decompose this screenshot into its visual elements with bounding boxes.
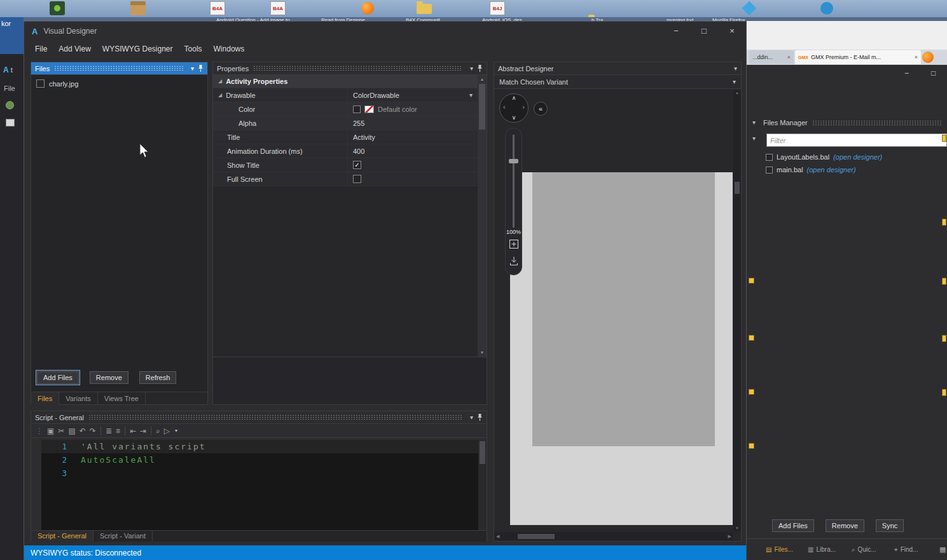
tab-script-variant[interactable]: Script - Variant (93, 531, 153, 542)
left-menu-file[interactable]: File (4, 85, 15, 92)
ide-maximize-button[interactable]: □ (931, 69, 936, 78)
dropdown-icon[interactable]: ▾ (734, 65, 737, 72)
taskbar-icon-b4a-2[interactable]: B4A (270, 1, 286, 15)
browser-tab[interactable]: ...ddin... × (749, 50, 794, 64)
script-scrollbar[interactable] (478, 440, 487, 530)
property-value-cell[interactable]: ColorDrawable ▾ (348, 88, 478, 102)
file-item[interactable]: charly.jpg (36, 79, 78, 88)
zoom-thumb[interactable] (509, 159, 518, 163)
firefox-icon[interactable] (922, 51, 934, 63)
layout-file-checkbox[interactable] (766, 167, 773, 174)
ide-minimize-button[interactable]: − (904, 69, 909, 78)
color-swatch[interactable] (364, 106, 374, 113)
tab-variants[interactable]: Variants (59, 392, 98, 405)
redo-icon[interactable]: ↷ (88, 427, 98, 435)
left-toolbar-icon-2[interactable] (6, 119, 15, 126)
status-tab-find[interactable]: ⌖ Find... (894, 546, 918, 554)
scroll-down-icon[interactable]: ▼ (478, 348, 487, 357)
remove-button[interactable]: Remove (90, 371, 128, 384)
menu-windows[interactable]: Windows (208, 44, 251, 53)
files-manager-header[interactable]: Files Manager (763, 116, 947, 129)
indent-icon[interactable]: ⇥ (138, 427, 148, 435)
property-value-cell[interactable] (348, 172, 478, 186)
scroll-up-icon[interactable]: ▲ (733, 90, 741, 97)
taskbar-icon-blue-app[interactable] (820, 2, 833, 15)
scroll-left-icon[interactable]: ◀ (494, 534, 499, 539)
files-panel-header[interactable]: Files ▾ (31, 62, 207, 75)
pan-right-icon[interactable]: › (522, 104, 525, 111)
expander-icon[interactable]: ◢ (218, 79, 222, 84)
property-value-cell[interactable]: Activity (348, 130, 478, 144)
menu-tools[interactable]: Tools (179, 44, 208, 53)
code-line[interactable]: 1 'All variants script (41, 440, 478, 453)
script-panel-header[interactable]: Script - General ▾ (31, 411, 487, 424)
zoom-fit-button[interactable] (509, 239, 519, 249)
left-toolbar-icon-1[interactable] (6, 101, 14, 109)
properties-panel-header[interactable]: Properties ▾ (213, 62, 487, 75)
status-tab-quick-search[interactable]: ⌕ Quic... (852, 546, 876, 554)
undo-icon[interactable]: ↶ (78, 427, 88, 435)
scroll-right-icon[interactable]: ▶ (728, 534, 731, 539)
toolbar-overflow-icon[interactable]: ▾ (175, 428, 177, 434)
property-value-cell[interactable]: Default color (348, 102, 478, 116)
scroll-down-icon[interactable]: ▼ (733, 525, 741, 532)
scrollbar-thumb[interactable] (518, 534, 555, 539)
fm-add-files-button[interactable]: Add Files (772, 519, 814, 532)
taskbar-icon-package[interactable] (130, 1, 146, 15)
outdent-icon[interactable]: ⇤ (128, 427, 138, 435)
dropdown-icon[interactable]: ▾ (469, 92, 473, 99)
status-tab-libraries[interactable]: ▥ Libra... (808, 546, 836, 553)
tab-script-general[interactable]: Script - General (31, 531, 93, 542)
taskbar-icon-b4a[interactable]: B4A (210, 1, 225, 15)
close-button[interactable]: × (718, 22, 746, 41)
dropdown-icon[interactable]: ▾ (470, 414, 473, 421)
browser-tab-active[interactable]: GMX GMX Premium - E-Mail m... × (795, 50, 921, 64)
property-row-color[interactable]: Color Default color (213, 102, 478, 116)
scrollbar-thumb[interactable] (479, 84, 485, 130)
activity-preview[interactable] (532, 172, 715, 446)
refresh-button[interactable]: Refresh (139, 371, 177, 384)
menu-add-view[interactable]: Add View (53, 44, 96, 53)
find-icon[interactable]: ⌕ (154, 427, 162, 435)
property-row-alpha[interactable]: Alpha 255 (213, 116, 478, 130)
fm-remove-button[interactable]: Remove (826, 519, 864, 532)
cut-icon[interactable]: ✂ (56, 427, 66, 435)
layout-file-item[interactable]: LayoutLabels.bal (open designer) (766, 153, 882, 161)
menu-file[interactable]: File (29, 44, 53, 53)
open-designer-link[interactable]: (open designer) (807, 166, 856, 174)
open-designer-link[interactable]: (open designer) (833, 153, 882, 161)
taskbar-icon-b4j[interactable]: B4J (490, 1, 505, 15)
title-bar[interactable]: A Visual Designer − □ × (24, 22, 746, 41)
file-checkbox[interactable] (36, 79, 45, 88)
dropdown-icon[interactable]: ▾ (191, 65, 194, 72)
code-line[interactable]: 2 AutoScaleAll (41, 453, 478, 467)
full-screen-checkbox[interactable] (353, 175, 361, 183)
property-row-full-screen[interactable]: Full Screen (213, 172, 478, 186)
dropdown-icon[interactable]: ▾ (733, 79, 736, 85)
layout-file-checkbox[interactable] (766, 154, 773, 161)
color-checkbox[interactable] (353, 106, 361, 113)
taskbar-icon-android[interactable] (50, 1, 65, 15)
panel-dropdown-icon-2[interactable]: ▾ (752, 135, 756, 142)
taskbar-icon-firefox[interactable] (361, 2, 374, 15)
pin-icon[interactable] (477, 413, 483, 421)
tab-files[interactable]: Files (31, 392, 59, 405)
taskbar-icon-folder[interactable] (417, 4, 432, 14)
import-layout-button[interactable] (509, 256, 519, 266)
property-value-cell[interactable]: 400 (348, 144, 478, 158)
zoom-track[interactable] (513, 135, 515, 228)
run-script-icon[interactable]: ▷ (162, 427, 172, 435)
properties-scrollbar[interactable]: ▲ ▼ (478, 75, 487, 357)
code-editor[interactable]: 1 'All variants script 2 AutoScaleAll 3 (41, 440, 478, 530)
scrollbar-thumb[interactable] (480, 441, 485, 464)
dropdown-icon[interactable]: ▾ (470, 65, 473, 72)
minimize-button[interactable]: − (662, 22, 690, 41)
property-value-cell[interactable]: ✓ (348, 158, 478, 172)
abstract-designer-header[interactable]: Abstract Designer ▾ (494, 62, 741, 75)
panel-dropdown-icon[interactable]: ▾ (752, 120, 756, 126)
copy-icon[interactable]: ▣ (45, 427, 56, 435)
collapse-button[interactable]: « (534, 102, 548, 116)
taskbar-icon-b4x-diamond[interactable] (742, 1, 757, 16)
comment-icon[interactable]: ≣ (104, 427, 114, 435)
menu-wysiwyg-designer[interactable]: WYSIWYG Designer (97, 44, 179, 53)
